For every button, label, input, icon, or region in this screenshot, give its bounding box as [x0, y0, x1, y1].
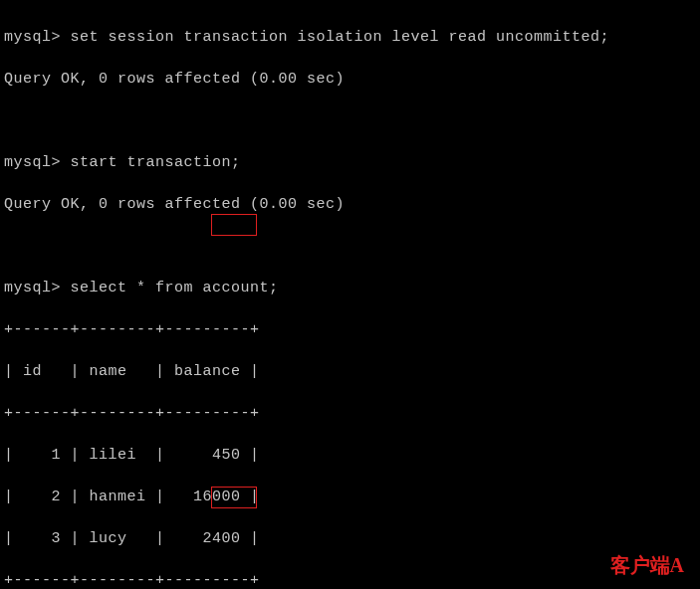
blank [4, 110, 696, 131]
command-text: set session transaction isolation level … [71, 29, 610, 46]
table-row: | 1 | lilei | 450 | [4, 445, 696, 466]
command-line-1: mysql> set session transaction isolation… [4, 27, 696, 48]
blank [4, 236, 696, 257]
command-text: start transaction; [71, 154, 241, 171]
table-separator: +------+--------+---------+ [4, 403, 696, 424]
command-line-3: mysql> select * from account; [4, 278, 696, 298]
table-separator: +------+--------+---------+ [4, 319, 696, 340]
prompt: mysql> [4, 280, 71, 296]
prompt: mysql> [4, 29, 71, 46]
table-row: | 3 | lucy | 2400 | [4, 528, 696, 549]
table-row: | 2 | hanmei | 16000 | [4, 487, 696, 507]
terminal-output: mysql> set session transaction isolation… [4, 6, 696, 589]
response-ok-1: Query OK, 0 rows affected (0.00 sec) [4, 69, 696, 90]
table-header: | id | name | balance | [4, 361, 696, 382]
response-ok-2: Query OK, 0 rows affected (0.00 sec) [4, 194, 696, 215]
command-line-2: mysql> start transaction; [4, 152, 696, 173]
prompt: mysql> [4, 154, 71, 171]
table-separator: +------+--------+---------+ [4, 570, 696, 589]
command-text: select * from account; [71, 280, 279, 296]
client-label: 客户端A [610, 551, 684, 579]
